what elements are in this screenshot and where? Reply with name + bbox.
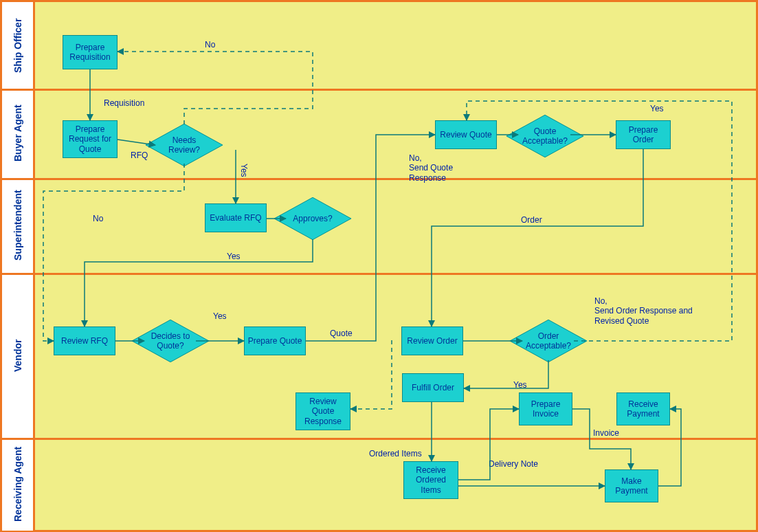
label-ordered-items: Ordered Items <box>369 449 422 458</box>
lane-label-receiving-agent: Receiving Agent <box>2 438 33 531</box>
label-quote: Quote <box>330 329 353 338</box>
label-no-send-quote: No, Send Quote Response <box>409 153 453 183</box>
decision-needs-review: Needs Review? <box>157 118 212 173</box>
label-yes-5: Yes <box>513 380 527 390</box>
node-receive-ordered-items: Receive Ordered Items <box>403 461 458 499</box>
lane-label-ship-officer: Ship Officer <box>2 2 33 89</box>
node-prepare-order: Prepare Order <box>616 120 671 149</box>
label-no-1: No <box>205 40 215 49</box>
node-receive-payment: Receive Payment <box>616 392 670 425</box>
node-evaluate-rfq: Evaluate RFQ <box>205 203 267 232</box>
lane-label-superintendent: Superintendent <box>2 178 33 273</box>
label-yes-2: Yes <box>227 252 241 261</box>
swimlane-diagram: Ship Officer Buyer Agent Superintendent … <box>0 0 758 532</box>
lane-border <box>2 89 756 91</box>
decision-order-acceptable: Order Acceptable? <box>521 313 576 368</box>
lane-border <box>2 273 756 275</box>
lane-label-vendor: Vendor <box>2 273 33 438</box>
node-review-order: Review Order <box>401 326 463 355</box>
lane-border <box>2 438 756 440</box>
node-fulfill-order: Fulfill Order <box>402 373 464 402</box>
label-yes-1: Yes <box>239 164 249 177</box>
lane-border <box>2 178 756 180</box>
decision-approves: Approves? <box>285 191 340 246</box>
lane-divider <box>33 2 35 530</box>
node-review-rfq: Review RFQ <box>54 326 115 355</box>
node-review-quote: Review Quote <box>435 120 497 149</box>
label-delivery-note: Delivery Note <box>489 459 538 469</box>
label-rfq: RFQ <box>131 151 148 160</box>
label-requisition: Requisition <box>104 98 144 108</box>
node-prepare-requisition: Prepare Requisition <box>63 35 118 69</box>
decision-quote-acceptable: Quote Acceptable? <box>517 109 572 164</box>
label-order: Order <box>521 215 542 225</box>
label-no-2: No <box>93 214 103 223</box>
label-yes-3: Yes <box>213 311 227 321</box>
node-review-quote-response: Review Quote Response <box>296 392 350 430</box>
label-no-send-order: No, Send Order Response and Revised Quot… <box>594 296 693 326</box>
label-yes-4: Yes <box>650 104 664 113</box>
label-invoice: Invoice <box>593 428 619 438</box>
lane-label-buyer-agent: Buyer Agent <box>2 89 33 178</box>
node-make-payment: Make Payment <box>605 469 658 502</box>
decision-decides-quote: Decides to Quote? <box>143 313 198 368</box>
node-prepare-rfq: Prepare Request for Quote <box>63 120 118 158</box>
node-prepare-quote: Prepare Quote <box>244 326 306 355</box>
node-prepare-invoice: Prepare Invoice <box>519 392 572 425</box>
